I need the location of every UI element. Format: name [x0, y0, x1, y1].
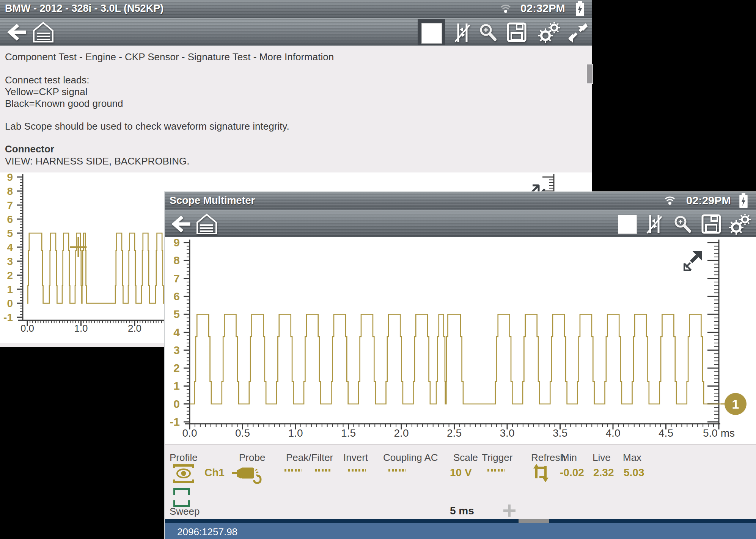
controls-panel: Profile Probe Peak/Filter Invert Couplin…: [165, 444, 756, 520]
trigger-setting-dashes[interactable]: [487, 469, 505, 472]
cursors-button[interactable]: [646, 214, 663, 234]
stop-square-icon: [421, 23, 442, 44]
svg-text:0: 0: [173, 398, 180, 410]
svg-text:0.0: 0.0: [182, 427, 197, 439]
max-value: 5.03: [624, 467, 644, 479]
fg-clock: 02:29PM: [686, 194, 731, 207]
instruction-line: Black=Known good ground: [5, 98, 123, 110]
svg-text:3: 3: [173, 344, 180, 356]
record-stop-button[interactable]: [618, 215, 637, 234]
svg-text:1.5: 1.5: [341, 427, 356, 439]
cursor-crosshair: [70, 237, 86, 257]
svg-text:-1: -1: [170, 415, 180, 428]
svg-text:0.5: 0.5: [235, 427, 250, 439]
zoom-button[interactable]: [673, 215, 692, 233]
sweep-label: Sweep: [170, 506, 200, 517]
coupling-setting-dashes[interactable]: [388, 469, 406, 472]
back-button[interactable]: [170, 214, 191, 234]
probe-icon[interactable]: [230, 463, 270, 485]
svg-text:2.5: 2.5: [447, 427, 462, 439]
peak-setting-dashes[interactable]: [284, 469, 302, 472]
zoom-button[interactable]: [479, 23, 497, 42]
svg-text:4: 4: [7, 241, 13, 253]
wifi-icon: [500, 3, 511, 13]
svg-text:2: 2: [7, 270, 13, 281]
svg-text:6: 6: [7, 213, 13, 225]
svg-text:1: 1: [7, 284, 13, 295]
svg-text:2: 2: [173, 362, 180, 374]
sweep-value[interactable]: 5 ms: [450, 505, 474, 517]
cursors-button[interactable]: [454, 23, 471, 42]
invert-setting-dashes[interactable]: [348, 469, 366, 472]
note-line: Lab Scope should be used to check wavefo…: [5, 121, 289, 132]
fg-title-bar: Scope Multimeter 02:29PM: [165, 192, 756, 210]
status-bar: 2096:1257.98: [165, 523, 756, 539]
svg-text:5.0 ms: 5.0 ms: [703, 427, 735, 439]
svg-text:9: 9: [173, 237, 180, 249]
channel-profile-eye-icon[interactable]: [173, 463, 195, 485]
svg-text:4.0: 4.0: [606, 427, 621, 439]
live-value: 2.32: [593, 467, 614, 479]
connector-heading: Connector: [5, 143, 54, 155]
svg-text:5: 5: [7, 227, 13, 239]
horizontal-scroll-thumb[interactable]: [519, 519, 549, 523]
svg-text:7: 7: [173, 272, 180, 285]
breadcrumb: Component Test - Engine - CKP Sensor - S…: [5, 51, 334, 63]
svg-text:4: 4: [173, 326, 180, 338]
svg-text:3: 3: [7, 255, 13, 267]
header-profile: Profile: [170, 452, 198, 464]
header-scale: Scale: [453, 452, 478, 464]
svg-text:2.0: 2.0: [128, 323, 141, 334]
wifi-icon: [664, 195, 676, 205]
svg-text:7: 7: [7, 199, 13, 211]
home-button[interactable]: [195, 213, 218, 235]
svg-text:1: 1: [732, 397, 739, 411]
header-min: Min: [561, 452, 577, 464]
scrollbar-thumb[interactable]: [586, 64, 593, 84]
header-trigger: Trigger: [482, 452, 512, 464]
settings-button[interactable]: [537, 21, 561, 44]
collapse-button[interactable]: [568, 22, 588, 42]
svg-text:1.0: 1.0: [74, 323, 88, 334]
header-live: Live: [593, 452, 611, 464]
scope-multimeter-window: Scope Multimeter 02:29PM: [164, 191, 756, 539]
bg-toolbar: [0, 18, 592, 46]
status-bar-text: 2096:1257.98: [177, 526, 237, 538]
instruction-line: Yellow=CKP signal: [5, 86, 88, 98]
desktop: BMW - 2012 - 328i - 3.0L (N52KP) 02:32PM: [0, 0, 756, 539]
fg-window-title: Scope Multimeter: [170, 195, 255, 207]
bg-window-title: BMW - 2012 - 328i - 3.0L (N52KP): [5, 3, 163, 14]
save-button[interactable]: [701, 214, 721, 234]
svg-text:1: 1: [173, 379, 180, 392]
instruction-line: Connect test leads:: [5, 74, 90, 86]
sweep-plus-icon[interactable]: [502, 503, 517, 518]
svg-text:-1: -1: [3, 312, 13, 323]
channel2-profile-bracket-top[interactable]: [173, 488, 190, 495]
svg-text:6: 6: [173, 290, 180, 302]
svg-text:8: 8: [7, 185, 13, 197]
horizontal-scroll-track[interactable]: [165, 519, 756, 523]
bg-info-panel: Component Test - Engine - CKP Sensor - S…: [0, 45, 592, 173]
svg-text:3.5: 3.5: [553, 427, 567, 439]
back-button[interactable]: [5, 22, 27, 42]
svg-text:8: 8: [173, 254, 180, 266]
header-probe: Probe: [239, 452, 265, 464]
channel-label[interactable]: Ch1: [204, 467, 225, 479]
bg-title-bar: BMW - 2012 - 328i - 3.0L (N52KP) 02:32PM: [0, 0, 592, 18]
refresh-icon[interactable]: [533, 463, 550, 483]
save-button[interactable]: [507, 22, 527, 42]
expand-chart-icon[interactable]: [682, 247, 703, 274]
header-refresh: Refresh: [531, 452, 566, 464]
record-stop-button[interactable]: [418, 19, 445, 45]
connector-view-line: VIEW: HARNESS SIDE, BACKPROBING.: [5, 155, 189, 167]
bg-clock: 02:32PM: [520, 2, 565, 15]
svg-text:5: 5: [173, 308, 180, 320]
header-peak-filter: Peak/Filter: [286, 452, 333, 464]
svg-text:0.0: 0.0: [20, 323, 34, 334]
settings-button[interactable]: [728, 213, 751, 236]
scale-value[interactable]: 10 V: [450, 467, 472, 479]
min-value: -0.02: [560, 467, 584, 479]
home-button[interactable]: [32, 21, 55, 43]
fg-chart-area: -101234567890.00.51.01.52.02.53.03.54.04…: [165, 237, 756, 444]
filter-setting-dashes[interactable]: [315, 469, 332, 472]
